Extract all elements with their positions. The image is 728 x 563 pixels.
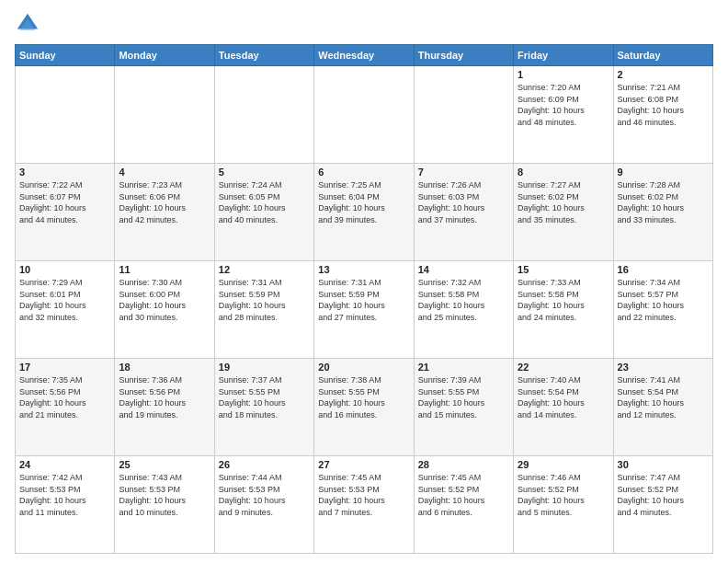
day-number: 11 [119,264,210,275]
calendar-day-cell: 23Sunrise: 7:41 AM Sunset: 5:54 PM Dayli… [613,359,712,456]
calendar-day-cell: 18Sunrise: 7:36 AM Sunset: 5:56 PM Dayli… [115,359,214,456]
calendar-table: SundayMondayTuesdayWednesdayThursdayFrid… [15,44,713,554]
calendar-day-header: Saturday [613,45,712,66]
day-number: 5 [219,167,310,178]
calendar-week-row: 1Sunrise: 7:20 AM Sunset: 6:09 PM Daylig… [16,66,713,164]
calendar-day-cell: 9Sunrise: 7:28 AM Sunset: 6:02 PM Daylig… [613,164,712,261]
calendar-day-header: Thursday [414,45,513,66]
day-info: Sunrise: 7:31 AM Sunset: 5:59 PM Dayligh… [318,277,409,323]
logo-icon [15,11,40,37]
calendar-day-cell: 30Sunrise: 7:47 AM Sunset: 5:52 PM Dayli… [613,456,712,554]
day-number: 3 [19,167,110,178]
calendar-header-row: SundayMondayTuesdayWednesdayThursdayFrid… [16,45,713,66]
calendar-day-header: Wednesday [314,45,414,66]
day-info: Sunrise: 7:44 AM Sunset: 5:53 PM Dayligh… [219,472,310,518]
day-info: Sunrise: 7:22 AM Sunset: 6:07 PM Dayligh… [19,179,110,225]
day-info: Sunrise: 7:40 AM Sunset: 5:54 PM Dayligh… [518,374,609,420]
day-number: 23 [618,362,709,373]
day-info: Sunrise: 7:39 AM Sunset: 5:55 PM Dayligh… [418,374,509,420]
logo [15,11,44,37]
day-info: Sunrise: 7:24 AM Sunset: 6:05 PM Dayligh… [219,179,310,225]
day-number: 2 [618,69,709,80]
day-number: 30 [618,459,709,470]
day-info: Sunrise: 7:43 AM Sunset: 5:53 PM Dayligh… [119,472,210,518]
calendar-day-cell [214,66,313,164]
day-number: 6 [318,167,409,178]
day-info: Sunrise: 7:41 AM Sunset: 5:54 PM Dayligh… [618,374,709,420]
day-info: Sunrise: 7:45 AM Sunset: 5:52 PM Dayligh… [418,472,509,518]
calendar-day-cell: 28Sunrise: 7:45 AM Sunset: 5:52 PM Dayli… [414,456,513,554]
calendar-day-cell [414,66,513,164]
calendar-day-cell [16,66,115,164]
header [15,11,713,37]
day-info: Sunrise: 7:28 AM Sunset: 6:02 PM Dayligh… [618,179,709,225]
day-number: 14 [418,264,509,275]
day-number: 15 [518,264,609,275]
calendar-day-cell: 19Sunrise: 7:37 AM Sunset: 5:55 PM Dayli… [214,359,313,456]
calendar-week-row: 3Sunrise: 7:22 AM Sunset: 6:07 PM Daylig… [16,164,713,261]
calendar-day-cell: 5Sunrise: 7:24 AM Sunset: 6:05 PM Daylig… [214,164,313,261]
day-info: Sunrise: 7:34 AM Sunset: 5:57 PM Dayligh… [618,277,709,323]
calendar-day-cell: 25Sunrise: 7:43 AM Sunset: 5:53 PM Dayli… [115,456,214,554]
day-number: 13 [318,264,409,275]
page: SundayMondayTuesdayWednesdayThursdayFrid… [0,0,728,563]
calendar-day-cell: 13Sunrise: 7:31 AM Sunset: 5:59 PM Dayli… [314,261,414,359]
calendar-day-cell: 20Sunrise: 7:38 AM Sunset: 5:55 PM Dayli… [314,359,414,456]
calendar-day-cell: 26Sunrise: 7:44 AM Sunset: 5:53 PM Dayli… [214,456,313,554]
day-info: Sunrise: 7:47 AM Sunset: 5:52 PM Dayligh… [618,472,709,518]
calendar-day-header: Tuesday [214,45,313,66]
day-number: 27 [318,459,409,470]
day-info: Sunrise: 7:33 AM Sunset: 5:58 PM Dayligh… [518,277,609,323]
day-info: Sunrise: 7:26 AM Sunset: 6:03 PM Dayligh… [418,179,509,225]
day-number: 26 [219,459,310,470]
day-number: 19 [219,362,310,373]
calendar-day-cell: 3Sunrise: 7:22 AM Sunset: 6:07 PM Daylig… [16,164,115,261]
calendar-day-header: Monday [115,45,214,66]
day-number: 12 [219,264,310,275]
day-info: Sunrise: 7:46 AM Sunset: 5:52 PM Dayligh… [518,472,609,518]
calendar-day-cell: 21Sunrise: 7:39 AM Sunset: 5:55 PM Dayli… [414,359,513,456]
calendar-day-cell: 16Sunrise: 7:34 AM Sunset: 5:57 PM Dayli… [613,261,712,359]
day-number: 1 [518,69,609,80]
day-number: 9 [618,167,709,178]
calendar-day-cell: 22Sunrise: 7:40 AM Sunset: 5:54 PM Dayli… [514,359,613,456]
day-info: Sunrise: 7:30 AM Sunset: 6:00 PM Dayligh… [119,277,210,323]
day-info: Sunrise: 7:38 AM Sunset: 5:55 PM Dayligh… [318,374,409,420]
calendar-day-cell: 1Sunrise: 7:20 AM Sunset: 6:09 PM Daylig… [514,66,613,164]
day-number: 21 [418,362,509,373]
calendar-day-cell [314,66,414,164]
day-number: 8 [518,167,609,178]
day-info: Sunrise: 7:23 AM Sunset: 6:06 PM Dayligh… [119,179,210,225]
day-number: 10 [19,264,110,275]
day-info: Sunrise: 7:36 AM Sunset: 5:56 PM Dayligh… [119,374,210,420]
calendar-day-cell: 11Sunrise: 7:30 AM Sunset: 6:00 PM Dayli… [115,261,214,359]
day-number: 28 [418,459,509,470]
day-info: Sunrise: 7:42 AM Sunset: 5:53 PM Dayligh… [19,472,110,518]
day-number: 7 [418,167,509,178]
calendar-day-cell: 27Sunrise: 7:45 AM Sunset: 5:53 PM Dayli… [314,456,414,554]
calendar-week-row: 10Sunrise: 7:29 AM Sunset: 6:01 PM Dayli… [16,261,713,359]
day-info: Sunrise: 7:32 AM Sunset: 5:58 PM Dayligh… [418,277,509,323]
day-number: 25 [119,459,210,470]
day-info: Sunrise: 7:37 AM Sunset: 5:55 PM Dayligh… [219,374,310,420]
calendar-day-cell: 2Sunrise: 7:21 AM Sunset: 6:08 PM Daylig… [613,66,712,164]
calendar-day-cell: 29Sunrise: 7:46 AM Sunset: 5:52 PM Dayli… [514,456,613,554]
day-number: 20 [318,362,409,373]
day-info: Sunrise: 7:27 AM Sunset: 6:02 PM Dayligh… [518,179,609,225]
calendar-day-cell: 4Sunrise: 7:23 AM Sunset: 6:06 PM Daylig… [115,164,214,261]
day-number: 17 [19,362,110,373]
day-number: 4 [119,167,210,178]
calendar-day-header: Friday [514,45,613,66]
day-info: Sunrise: 7:29 AM Sunset: 6:01 PM Dayligh… [19,277,110,323]
calendar-day-cell: 17Sunrise: 7:35 AM Sunset: 5:56 PM Dayli… [16,359,115,456]
day-number: 22 [518,362,609,373]
day-info: Sunrise: 7:25 AM Sunset: 6:04 PM Dayligh… [318,179,409,225]
day-number: 24 [19,459,110,470]
calendar-day-cell: 8Sunrise: 7:27 AM Sunset: 6:02 PM Daylig… [514,164,613,261]
calendar-day-cell: 6Sunrise: 7:25 AM Sunset: 6:04 PM Daylig… [314,164,414,261]
day-info: Sunrise: 7:20 AM Sunset: 6:09 PM Dayligh… [518,82,609,128]
calendar-day-cell: 14Sunrise: 7:32 AM Sunset: 5:58 PM Dayli… [414,261,513,359]
calendar-day-cell: 12Sunrise: 7:31 AM Sunset: 5:59 PM Dayli… [214,261,313,359]
day-info: Sunrise: 7:21 AM Sunset: 6:08 PM Dayligh… [618,82,709,128]
calendar-day-cell: 7Sunrise: 7:26 AM Sunset: 6:03 PM Daylig… [414,164,513,261]
